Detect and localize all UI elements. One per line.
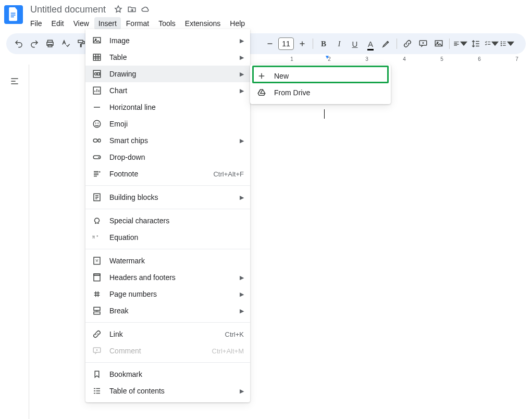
bold-button[interactable]: B [316, 36, 331, 51]
insert-menu-watermark[interactable]: Watermark [85, 252, 250, 269]
insert-image-button[interactable] [431, 36, 446, 51]
add-comment-button[interactable] [416, 36, 430, 51]
insert-menu-page-numbers[interactable]: Page numbers▶ [85, 286, 250, 302]
menu-label: Image [109, 36, 236, 45]
menu-file[interactable]: File [26, 17, 46, 30]
insert-menu-break[interactable]: Break▶ [85, 302, 250, 319]
menu-edit[interactable]: Edit [47, 17, 68, 30]
menu-help[interactable]: Help [226, 17, 249, 30]
hline-icon [92, 102, 102, 112]
underline-button[interactable]: U [348, 36, 362, 51]
insert-menu-footnote[interactable]: FootnoteCtrl+Alt+F [85, 166, 250, 182]
footnote-icon [92, 169, 102, 179]
menu-view[interactable]: View [69, 17, 93, 30]
cloud-status-icon[interactable] [140, 4, 151, 15]
text-color-button[interactable]: A [363, 36, 378, 51]
menu-label: Horizontal line [109, 103, 244, 111]
menu-label: Break [109, 307, 236, 315]
svg-rect-6 [78, 40, 83, 43]
drawing-submenu-from-drive[interactable]: From Drive [250, 84, 391, 101]
svg-rect-2 [11, 17, 14, 18]
text-cursor [324, 109, 325, 119]
font-size-input[interactable]: 11 [278, 37, 294, 50]
toolbar-separator [397, 39, 397, 49]
menu-format[interactable]: Format [122, 17, 153, 30]
insert-menu-smart-chips[interactable]: Smart chips▶ [85, 132, 250, 149]
svg-point-19 [93, 120, 101, 128]
insert-menu-image[interactable]: Image▶ [85, 32, 250, 49]
menu-label: Link [109, 330, 225, 338]
doc-title[interactable]: Untitled document [27, 4, 109, 16]
menu-label: Table of contents [109, 387, 236, 395]
blocks-icon [92, 192, 102, 202]
menu-label: Bookmark [109, 370, 244, 378]
menu-insert[interactable]: Insert [94, 17, 121, 30]
insert-menu-equation[interactable]: πxEquation [85, 229, 250, 246]
submenu-arrow-icon: ▶ [240, 274, 244, 281]
shortcut-label: Ctrl+Alt+F [213, 170, 244, 178]
insert-link-button[interactable] [400, 36, 415, 51]
outline-toggle-button[interactable] [5, 72, 24, 91]
redo-button[interactable] [27, 36, 42, 51]
menu-label: Drawing [109, 70, 236, 78]
menu-separator [85, 249, 250, 249]
star-icon[interactable] [113, 4, 123, 15]
menu-label: Watermark [109, 257, 244, 265]
dropdown-icon [92, 152, 102, 162]
chips-icon [92, 135, 102, 146]
insert-menu-bookmark[interactable]: Bookmark [85, 366, 250, 383]
drawing-submenu-new[interactable]: New [250, 68, 391, 84]
ruler-label: 6 [478, 56, 481, 62]
highlight-color-button[interactable] [379, 36, 393, 51]
equation-icon: πx [92, 232, 102, 243]
menu-separator [85, 185, 250, 186]
svg-text:x: x [96, 234, 98, 237]
menubar: File Edit View Insert Format Tools Exten… [25, 17, 528, 30]
svg-point-20 [95, 123, 96, 123]
insert-menu-dropdown: Image▶Table▶Drawing▶Chart▶Horizontal lin… [85, 29, 250, 402]
print-button[interactable] [43, 36, 57, 51]
undo-button[interactable] [11, 36, 26, 51]
move-icon[interactable] [127, 4, 137, 15]
menu-label: Drop-down [109, 153, 244, 161]
insert-menu-horizontal-line[interactable]: Horizontal line [85, 99, 250, 116]
insert-menu-table[interactable]: Table▶ [85, 49, 250, 66]
insert-menu-link[interactable]: LinkCtrl+K [85, 326, 250, 342]
submenu-arrow-icon: ▶ [240, 388, 244, 395]
menu-label: Comment [109, 347, 212, 355]
break-icon [92, 306, 102, 316]
insert-menu-chart[interactable]: Chart▶ [85, 82, 250, 99]
svg-rect-15 [93, 54, 101, 60]
svg-rect-32 [94, 312, 100, 314]
submenu-label: New [274, 72, 385, 80]
font-size-decrease[interactable] [263, 36, 277, 51]
menu-extensions[interactable]: Extensions [181, 17, 225, 30]
insert-menu-building-blocks[interactable]: Building blocks▶ [85, 189, 250, 206]
bulleted-list-button[interactable] [500, 36, 514, 51]
menu-label: Equation [109, 233, 244, 242]
ruler-label: 3 [365, 56, 368, 62]
menu-label: Headers and footers [109, 273, 236, 282]
svg-point-17 [95, 73, 97, 75]
italic-button[interactable]: I [332, 36, 347, 51]
insert-menu-drawing[interactable]: Drawing▶ [85, 66, 250, 82]
menu-tools[interactable]: Tools [154, 17, 180, 30]
insert-menu-table-of-contents[interactable]: Table of contents▶ [85, 383, 250, 399]
insert-menu-emoji[interactable]: Emoji [85, 116, 250, 132]
headers-icon [92, 272, 102, 283]
docs-logo[interactable] [4, 5, 23, 24]
checklist-button[interactable] [484, 36, 499, 51]
font-size-increase[interactable] [295, 36, 310, 51]
menu-label: Chart [109, 86, 236, 95]
insert-menu-special-characters[interactable]: Special characters [85, 212, 250, 229]
insert-menu-drop-down[interactable]: Drop-down [85, 149, 250, 166]
svg-rect-30 [94, 274, 100, 275]
spellcheck-button[interactable] [58, 36, 73, 51]
align-button[interactable] [453, 36, 467, 51]
shortcut-label: Ctrl+K [225, 331, 244, 338]
menu-label: Building blocks [109, 193, 236, 201]
insert-menu-headers-and-footers[interactable]: Headers and footers▶ [85, 269, 250, 286]
line-spacing-button[interactable] [468, 36, 483, 51]
submenu-arrow-icon: ▶ [240, 291, 244, 298]
bookmark-icon [92, 369, 102, 379]
